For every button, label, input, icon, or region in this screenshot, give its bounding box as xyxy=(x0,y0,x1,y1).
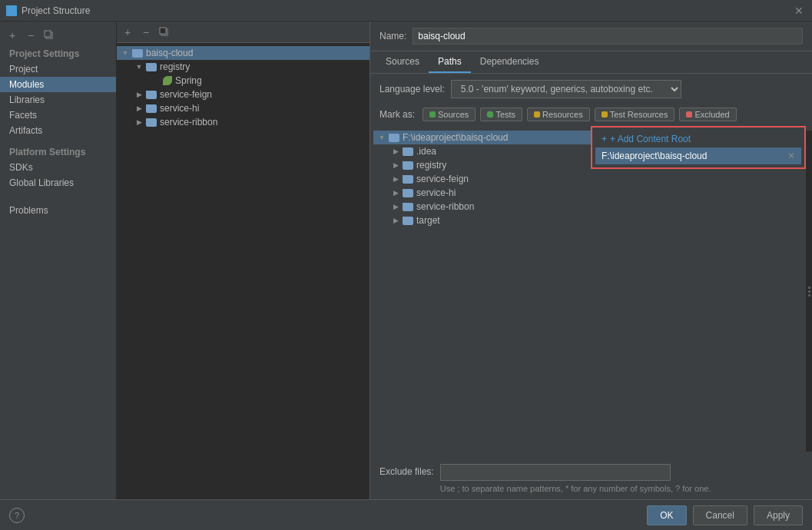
exclude-hint: Use ; to separate name patterns, * for a… xyxy=(440,484,711,493)
bottom-bar: ? OK Cancel Apply xyxy=(0,499,812,530)
name-input[interactable] xyxy=(413,28,803,45)
language-label: Language level: xyxy=(379,84,445,94)
paths-root-arrow: ▼ xyxy=(376,132,387,143)
language-select[interactable]: 5.0 - 'enum' keyword, generics, autoboxi… xyxy=(451,80,681,98)
mark-sources-label: Sources xyxy=(438,110,469,119)
sources-color-dot xyxy=(429,111,436,118)
exclude-label: Exclude files: xyxy=(379,466,434,477)
cancel-button[interactable]: Cancel xyxy=(693,505,747,525)
sidebar-item-modules-label: Modules xyxy=(9,79,44,90)
exclude-input[interactable] xyxy=(440,464,671,481)
sidebar-item-libraries-label: Libraries xyxy=(9,94,45,105)
content-root-popup: + + Add Content Root F:\ideaproject\bais… xyxy=(591,126,806,169)
folder-icon-baisq-cloud xyxy=(132,49,143,58)
paths-tree-service-hi[interactable]: ▶ service-hi xyxy=(373,186,803,200)
copy-module-button[interactable] xyxy=(41,28,57,43)
tree-item-registry[interactable]: ▼ registry xyxy=(117,60,370,74)
mark-tests-label: Tests xyxy=(495,110,515,119)
sidebar-item-facets[interactable]: Facets xyxy=(0,108,116,123)
titlebar-left: Project Structure xyxy=(6,5,90,16)
tree-item-service-ribbon[interactable]: ▶ service-ribbon xyxy=(117,115,370,129)
paths-root-folder-icon xyxy=(389,134,399,142)
mark-excluded-label: Excluded xyxy=(694,110,729,119)
handle-dot-3 xyxy=(808,294,810,296)
tree-arrow-service-feign: ▶ xyxy=(134,89,144,100)
apply-button[interactable]: Apply xyxy=(754,505,803,525)
sidebar-item-sdks[interactable]: SDKs xyxy=(0,160,116,175)
paths-tree: ▼ F:\ideaproject\baisq-cloud ▶ .idea ▶ xyxy=(370,131,806,452)
tree-copy-button[interactable] xyxy=(157,25,172,40)
tree-toolbar: + − xyxy=(117,22,370,43)
paths-content: ▼ F:\ideaproject\baisq-cloud ▶ .idea ▶ xyxy=(370,124,812,458)
remove-module-button[interactable]: − xyxy=(23,28,38,43)
paths-tree-target[interactable]: ▶ target xyxy=(373,214,803,227)
mark-test-resources-label: Test Resources xyxy=(610,110,668,119)
mark-resources-button[interactable]: Resources xyxy=(527,108,590,121)
add-content-root-label: + Add Content Root xyxy=(610,134,691,144)
paths-service-hi-label: service-hi xyxy=(416,187,456,198)
tab-sources[interactable]: Sources xyxy=(376,51,429,73)
tree-item-service-feign[interactable]: ▶ service-feign xyxy=(117,88,370,101)
sidebar-item-artifacts[interactable]: Artifacts xyxy=(0,123,116,138)
sidebar-item-sdks-label: SDKs xyxy=(9,162,33,173)
mark-tests-button[interactable]: Tests xyxy=(480,108,522,121)
sidebar-item-project-label: Project xyxy=(9,64,38,75)
mark-resources-label: Resources xyxy=(542,110,583,119)
mark-test-resources-button[interactable]: Test Resources xyxy=(595,108,675,121)
paths-target-label: target xyxy=(416,215,440,226)
paths-idea-folder-icon xyxy=(403,147,413,156)
sidebar-item-problems[interactable]: Problems xyxy=(0,203,116,218)
close-button[interactable]: ✕ xyxy=(792,4,806,18)
sidebar-item-project[interactable]: Project xyxy=(0,61,116,77)
handle-dot-1 xyxy=(808,287,810,289)
add-module-button[interactable]: + xyxy=(5,28,20,43)
paths-service-feign-folder-icon xyxy=(403,175,413,184)
svg-rect-3 xyxy=(45,31,51,37)
paths-tree-service-feign[interactable]: ▶ service-feign xyxy=(373,172,803,186)
paths-target-folder-icon xyxy=(403,217,413,225)
module-tree-panel: + − ▼ baisq-cloud ▼ xyxy=(117,22,370,499)
tree-label-baisq-cloud: baisq-cloud xyxy=(146,48,193,58)
sidebar-item-modules[interactable]: Modules xyxy=(0,77,116,92)
add-content-root-button[interactable]: + + Add Content Root xyxy=(595,131,801,147)
content-root-close-button[interactable]: ✕ xyxy=(787,151,795,161)
project-structure-window: Project Structure ✕ + − Project Settings… xyxy=(0,0,812,530)
sidebar-toolbar: + − xyxy=(0,25,116,46)
app-icon xyxy=(6,5,17,16)
name-label: Name: xyxy=(379,31,406,41)
tree-content: ▼ baisq-cloud ▼ registry Spring xyxy=(117,43,370,499)
folder-icon-registry xyxy=(146,63,157,71)
tree-item-service-hi[interactable]: ▶ service-hi xyxy=(117,101,370,115)
tree-item-baisq-cloud[interactable]: ▼ baisq-cloud xyxy=(117,46,370,60)
ok-button[interactable]: OK xyxy=(647,505,686,525)
sidebar-item-facets-label: Facets xyxy=(9,110,37,121)
name-row: Name: xyxy=(370,22,812,51)
tree-add-button[interactable]: + xyxy=(120,25,135,40)
mark-sources-button[interactable]: Sources xyxy=(423,108,476,121)
paths-service-feign-arrow: ▶ xyxy=(390,174,401,184)
paths-registry-folder-icon xyxy=(403,161,413,170)
content-root-item: F:\ideaproject\baisq-cloud ✕ xyxy=(595,147,801,164)
mark-excluded-button[interactable]: Excluded xyxy=(679,108,736,121)
tab-paths[interactable]: Paths xyxy=(429,51,471,73)
tree-label-registry: registry xyxy=(160,61,190,72)
tests-color-dot xyxy=(487,111,493,118)
paths-registry-label: registry xyxy=(416,160,446,171)
tree-remove-button[interactable]: − xyxy=(138,25,154,40)
bottom-left: ? xyxy=(9,508,25,523)
bottom-right: OK Cancel Apply xyxy=(647,505,803,525)
tab-dependencies[interactable]: Dependencies xyxy=(471,51,549,73)
exclude-right: Use ; to separate name patterns, * for a… xyxy=(440,464,711,493)
platform-settings-header: Platform Settings xyxy=(0,144,116,160)
tree-item-spring[interactable]: Spring xyxy=(117,74,370,88)
sidebar: + − Project Settings Project Modules Lib… xyxy=(0,22,117,499)
paths-tree-service-ribbon[interactable]: ▶ service-ribbon xyxy=(373,200,803,214)
svg-rect-5 xyxy=(160,28,166,34)
mark-as-label: Mark as: xyxy=(379,109,415,120)
right-resize-handle[interactable] xyxy=(806,131,812,452)
tree-arrow-registry: ▼ xyxy=(134,61,144,72)
mark-as-row: Mark as: Sources Tests Resources Test Re… xyxy=(370,104,812,124)
sidebar-item-global-libraries[interactable]: Global Libraries xyxy=(0,175,116,190)
help-button[interactable]: ? xyxy=(9,508,25,523)
sidebar-item-libraries[interactable]: Libraries xyxy=(0,92,116,108)
